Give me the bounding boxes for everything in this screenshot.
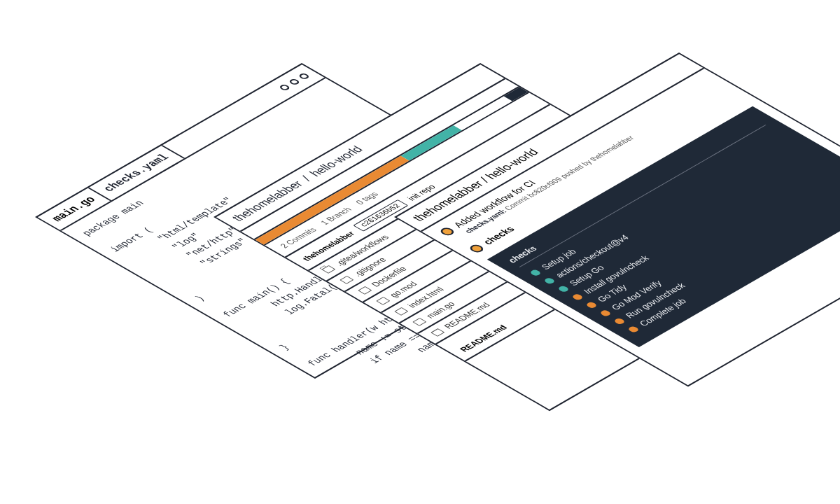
isometric-stage: main.go checks.yaml package main import …	[0, 0, 840, 504]
tags-count[interactable]: 0 tags	[354, 190, 380, 206]
status-dot-success-icon	[557, 285, 570, 293]
file-icon	[412, 318, 426, 326]
folder-icon	[321, 265, 335, 274]
status-dot-pending-icon	[599, 309, 612, 317]
status-dot-pending-icon	[585, 301, 598, 309]
file-icon	[340, 276, 354, 284]
file-icon	[430, 328, 444, 337]
ci-job-label: checks	[480, 225, 517, 246]
window-control-dot	[278, 84, 291, 92]
status-dot-success-icon	[529, 269, 542, 276]
status-dot-pending-icon	[571, 293, 584, 301]
status-dot-success-icon	[543, 277, 556, 285]
status-dot-pending-icon	[627, 326, 640, 333]
file-icon	[376, 297, 390, 305]
window-control-dot	[298, 73, 311, 80]
status-dot-pending-icon	[613, 318, 626, 326]
file-icon	[394, 307, 408, 316]
status-bullet-running-icon	[467, 243, 485, 253]
window-control-dot	[288, 78, 301, 86]
file-icon	[358, 286, 372, 295]
